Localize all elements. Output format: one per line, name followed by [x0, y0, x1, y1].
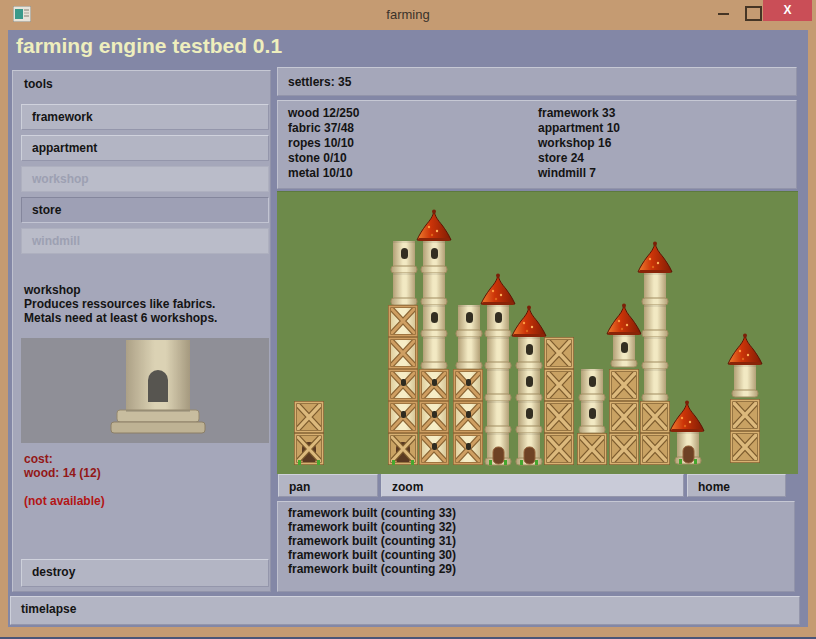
tool-button-framework[interactable]: framework — [21, 104, 269, 130]
scene-block-hd — [294, 433, 324, 465]
scene-block-tww — [391, 241, 417, 273]
tool-button-appartment[interactable]: appartment — [21, 135, 269, 161]
scene-block-fww — [388, 369, 418, 401]
scene-block-tww — [579, 401, 605, 433]
resources-panel: wood 12/250fabric 37/48ropes 10/10stone … — [277, 100, 797, 189]
scene-block-roof — [417, 210, 451, 242]
workshop-preview-image — [21, 338, 269, 443]
scene-block-tw — [421, 273, 447, 305]
log-line: framework built (counting 31) — [288, 534, 456, 548]
scene-block-tw — [642, 273, 668, 305]
scene-block-roof — [670, 401, 704, 433]
scene-block-fww — [419, 433, 449, 465]
scene-block-roof — [481, 274, 515, 306]
scene-block-tww — [611, 335, 637, 367]
scene-block-tw — [391, 273, 417, 305]
scene-block-fw — [609, 401, 639, 433]
scene-block-tw — [642, 305, 668, 337]
scene-block-fww — [453, 401, 483, 433]
scene-block-fwl — [388, 337, 418, 369]
close-button[interactable]: X — [763, 0, 812, 21]
scene-block-tw — [485, 369, 511, 401]
selected-tool-description-lines: Produces ressources like fabrics.Metals … — [24, 297, 217, 325]
scene-block-tww — [456, 305, 482, 337]
tool-button-store[interactable]: store — [21, 197, 269, 223]
scene-block-tww — [516, 369, 542, 401]
cost-line: wood: 14 (12) — [24, 466, 105, 480]
maximize-button[interactable] — [745, 6, 762, 21]
game-viewport[interactable] — [277, 191, 798, 474]
scene-block-tww — [516, 401, 542, 433]
scene-block-fw — [294, 401, 324, 433]
settlers-panel: settlers: 35 — [277, 67, 797, 96]
scene-block-fww — [419, 401, 449, 433]
scene-block-fww — [419, 369, 449, 401]
log-line: framework built (counting 33) — [288, 506, 456, 520]
scene-block-fw — [640, 401, 670, 433]
scene-block-fw — [609, 369, 639, 401]
scene-block-tw — [485, 337, 511, 369]
scene-block-fw — [544, 369, 574, 401]
scene-block-tww — [579, 369, 605, 401]
description-line: Metals need at least 6 workshops. — [24, 311, 217, 325]
log-line: framework built (counting 29) — [288, 562, 456, 576]
settlers-count: settlers: 35 — [288, 75, 351, 89]
scene-block-tww — [485, 305, 511, 337]
scene-block-twd — [675, 432, 701, 464]
description-line: Produces ressources like fabrics. — [24, 297, 217, 311]
timelapse-button[interactable]: timelapse — [10, 596, 800, 625]
building-line: workshop 16 — [538, 136, 620, 151]
scene-block-hd — [388, 433, 418, 465]
scene-block-tw — [485, 401, 511, 433]
scene-block-tww — [516, 337, 542, 369]
destroy-button[interactable]: destroy — [21, 559, 269, 587]
scene-block-twd — [516, 433, 542, 465]
tool-button-list: frameworkappartmentworkshopstorewindmill — [21, 104, 269, 259]
scene-block-tww — [421, 241, 447, 273]
tool-button-workshop: workshop — [21, 166, 269, 192]
app-window: farming X farming engine testbed 0.1 too… — [0, 0, 816, 639]
pan-button[interactable]: pan — [278, 474, 378, 497]
material-line: stone 0/10 — [288, 151, 359, 166]
scene-block-roof — [638, 242, 672, 274]
building-preview — [21, 338, 269, 443]
scene-block-fw — [730, 399, 760, 431]
page-title: farming engine testbed 0.1 — [16, 34, 282, 58]
scene-block-fww — [453, 433, 483, 465]
scene-block-tww — [421, 305, 447, 337]
title-bar[interactable]: farming X — [0, 0, 816, 30]
scene-block-fw — [609, 433, 639, 465]
scene-block-fww — [388, 401, 418, 433]
availability-status: (not available) — [24, 494, 105, 508]
material-line: wood 12/250 — [288, 106, 359, 121]
building-line: appartment 10 — [538, 121, 620, 136]
buildings-column: framework 33appartment 10workshop 16stor… — [538, 106, 620, 181]
material-line: ropes 10/10 — [288, 136, 359, 151]
minimize-button[interactable] — [712, 3, 734, 21]
scene-block-fww — [453, 369, 483, 401]
scene-block-roof — [607, 304, 641, 336]
cost-title: cost: — [24, 452, 105, 466]
scene-block-fw — [544, 337, 574, 369]
tools-panel: tools frameworkappartmentworkshopstorewi… — [12, 70, 271, 592]
zoom-button[interactable]: zoom — [381, 474, 684, 497]
cost-lines: wood: 14 (12) — [24, 466, 105, 480]
tool-button-windmill: windmill — [21, 228, 269, 254]
home-button[interactable]: home — [687, 474, 786, 497]
client-area: farming engine testbed 0.1 tools framewo… — [8, 30, 808, 627]
material-line: fabric 37/48 — [288, 121, 359, 136]
log-lines: framework built (counting 33)framework b… — [288, 506, 456, 576]
scene-block-fw — [577, 433, 607, 465]
tools-panel-title: tools — [24, 77, 53, 91]
scene-block-fw — [544, 401, 574, 433]
scene-block-tw — [642, 337, 668, 369]
building-line: store 24 — [538, 151, 620, 166]
window-title: farming — [0, 7, 816, 22]
scene-block-tw — [642, 369, 668, 401]
scene-block-fw — [730, 431, 760, 463]
scene-block-fw — [544, 433, 574, 465]
scene-block-roof — [728, 334, 762, 366]
selected-tool-name: workshop — [24, 283, 217, 297]
material-line: metal 10/10 — [288, 166, 359, 181]
building-line: framework 33 — [538, 106, 620, 121]
